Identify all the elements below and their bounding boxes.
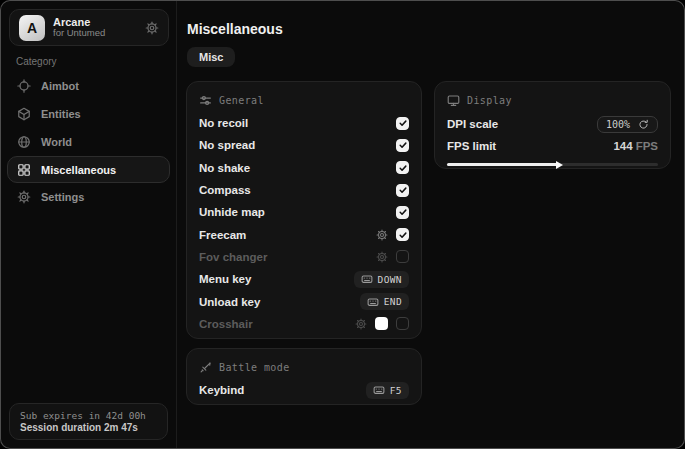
app-logo: A [19, 15, 45, 41]
setting-row-menu-key: Menu key DOWN [199, 268, 409, 290]
battle-mode-section-header: Battle mode [199, 361, 409, 374]
row-label: DPI scale [447, 118, 498, 130]
gear-icon[interactable] [376, 251, 388, 263]
sidebar-item-settings[interactable]: Settings [1, 183, 176, 211]
general-section-header: General [199, 94, 409, 107]
setting-row-unhide-map: Unhide map [199, 201, 409, 223]
account-meta: Arcane for Untumed [53, 16, 137, 40]
row-label: No recoil [199, 117, 248, 129]
sidebar-item-entities[interactable]: Entities [1, 100, 176, 128]
section-title: General [219, 95, 264, 106]
sliders-icon [199, 94, 212, 107]
sidebar: A Arcane for Untumed Category Aimbot [1, 1, 177, 448]
sidebar-item-label: Settings [41, 191, 84, 203]
crosshair-checkbox[interactable] [396, 317, 409, 330]
app-window: A Arcane for Untumed Category Aimbot [0, 0, 685, 449]
account-card[interactable]: A Arcane for Untumed [9, 9, 169, 46]
cube-icon [17, 107, 31, 121]
row-label: Fov changer [199, 251, 267, 263]
sidebar-item-aimbot[interactable]: Aimbot [1, 72, 176, 100]
keyboard-icon [367, 296, 379, 308]
app-subtitle: for Untumed [53, 28, 137, 39]
gear-icon[interactable] [145, 21, 159, 35]
session-duration-text: Session duration 2m 47s [20, 422, 157, 433]
section-title: Battle mode [219, 362, 290, 373]
setting-row-no-spread: No spread [199, 134, 409, 156]
refresh-icon[interactable] [638, 119, 649, 130]
row-label: Keybind [199, 384, 244, 396]
battle-keybind[interactable]: F5 [366, 382, 409, 399]
key-label: DOWN [378, 274, 402, 285]
row-label: Crosshair [199, 318, 253, 330]
slider-fill [447, 163, 559, 166]
no-shake-checkbox[interactable] [396, 161, 409, 174]
setting-row-no-shake: No shake [199, 157, 409, 179]
row-label: Compass [199, 184, 251, 196]
keybind-row: Keybind F5 [199, 379, 409, 401]
sword-icon [199, 361, 212, 374]
keyboard-icon [373, 384, 385, 396]
display-section-header: Display [447, 94, 658, 107]
page-title: Miscellaneous [187, 21, 283, 37]
category-label: Category [16, 56, 57, 67]
gear-icon[interactable] [376, 229, 388, 241]
compass-checkbox[interactable] [396, 184, 409, 197]
fps-unit: FPS [636, 140, 658, 152]
setting-row-no-recoil: No recoil [199, 112, 409, 134]
sidebar-item-label: Entities [41, 108, 81, 120]
dpi-value: 100% [606, 119, 630, 130]
row-label: FPS limit [447, 140, 496, 152]
display-section: Display DPI scale 100% FPS limit 144FPS [434, 81, 671, 169]
sidebar-item-miscellaneous[interactable]: Miscellaneous [7, 156, 170, 183]
row-label: No shake [199, 162, 250, 174]
freecam-checkbox[interactable] [396, 228, 409, 241]
keyboard-icon [361, 273, 373, 285]
row-label: Freecam [199, 229, 246, 241]
sub-expiry-text: Sub expires in 42d 00h [20, 410, 157, 421]
row-label: Menu key [199, 273, 251, 285]
unload-key-binding[interactable]: END [360, 293, 409, 310]
category-nav: Aimbot Entities World Miscellaneous [1, 72, 176, 211]
setting-row-crosshair: Crosshair [199, 313, 409, 335]
key-label: F5 [390, 385, 402, 396]
no-recoil-checkbox[interactable] [396, 117, 409, 130]
crosshair-icon [17, 79, 31, 93]
main-content: Miscellaneous Misc General No recoil No … [177, 1, 684, 448]
subscription-status-card: Sub expires in 42d 00h Session duration … [9, 403, 168, 440]
slider-thumb[interactable] [556, 161, 563, 169]
row-label: Unhide map [199, 206, 265, 218]
battle-mode-section: Battle mode Keybind F5 [186, 348, 422, 405]
fps-limit-row: FPS limit 144FPS [447, 136, 658, 155]
row-label: Unload key [199, 296, 260, 308]
fov-changer-checkbox[interactable] [396, 250, 409, 263]
globe-icon [17, 135, 31, 149]
sidebar-item-world[interactable]: World [1, 128, 176, 156]
key-label: END [384, 296, 402, 307]
grid-icon [17, 163, 31, 177]
gear-icon[interactable] [355, 318, 367, 330]
crosshair-color-swatch[interactable] [375, 317, 388, 330]
dpi-scale-row: DPI scale 100% [447, 112, 658, 136]
setting-row-compass: Compass [199, 179, 409, 201]
unhide-map-checkbox[interactable] [396, 206, 409, 219]
gear-icon [17, 190, 31, 204]
sidebar-item-label: World [41, 136, 72, 148]
monitor-icon [447, 94, 460, 107]
general-section: General No recoil No spread No shake Com… [186, 81, 422, 339]
fps-value: 144FPS [613, 140, 658, 152]
sidebar-item-label: Miscellaneous [41, 164, 116, 176]
dpi-scale-control[interactable]: 100% [597, 116, 658, 133]
setting-row-unload-key: Unload key END [199, 290, 409, 312]
setting-row-freecam: Freecam [199, 223, 409, 245]
no-spread-checkbox[interactable] [396, 139, 409, 152]
fps-limit-slider[interactable] [447, 160, 658, 169]
row-label: No spread [199, 139, 255, 151]
setting-row-fov-changer: Fov changer [199, 246, 409, 268]
sidebar-item-label: Aimbot [41, 80, 79, 92]
section-title: Display [467, 95, 512, 106]
menu-key-binding[interactable]: DOWN [354, 271, 409, 288]
tab-misc[interactable]: Misc [187, 47, 235, 67]
